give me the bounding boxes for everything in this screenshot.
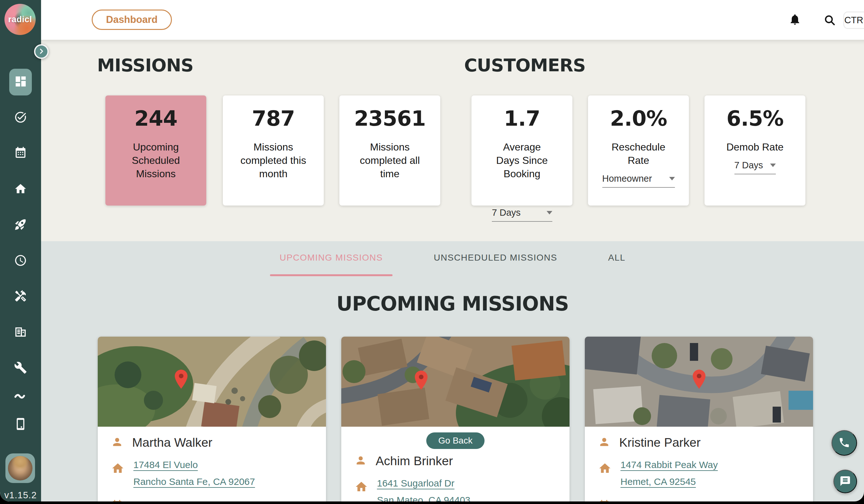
address-line-1[interactable]: 1474 Rabbit Peak Way [621,457,718,474]
stat-label: Missions completed all time [352,140,428,181]
go-back-button[interactable]: Go Back [426,432,484,449]
chevron-down-icon [669,177,675,181]
phone-icon [838,437,850,450]
avg-days-filter-select[interactable]: 7 Days [492,207,552,222]
sidebar-expand-button[interactable] [34,44,49,59]
home-icon [355,480,368,495]
stat-card-demob-rate[interactable]: 6.5% Demob Rate 7 Days [705,96,805,206]
calendar-icon [14,146,27,159]
mission-card[interactable]: Go Back Achim Brinker 1641 Sugarloaf Dr … [341,337,569,502]
person-icon [111,436,123,449]
sidebar-item-home[interactable] [14,182,27,195]
map-pin-icon [413,370,429,390]
wrench-icon [14,361,27,374]
sidebar-item-mobile[interactable] [14,417,27,430]
address-line-2[interactable]: Rancho Santa Fe, CA 92067 [133,474,255,490]
stat-value: 6.5% [705,106,805,131]
topbar: Dashboard CTRL + K [41,0,864,40]
sidebar-item-calendar[interactable] [14,146,27,159]
tab-upcoming-missions[interactable]: UPCOMING MISSIONS [270,247,392,276]
stat-label: Upcoming Scheduled Missions [118,140,194,181]
customer-name: Kristine Parker [619,435,701,450]
sidebar-item-tools[interactable] [14,290,27,303]
demob-filter-select[interactable]: 7 Days [734,160,776,174]
customers-heading: CUSTOMERS [464,55,586,75]
address-link[interactable]: 1474 Rabbit Peak Way Hemet, CA 92545 [621,457,718,490]
reschedule-filter-select[interactable]: Homeowner [602,173,675,188]
address-line-1[interactable]: 1641 Sugarloaf Dr [377,475,470,492]
chevron-down-icon [547,211,552,214]
customer-name: Martha Walker [132,435,212,450]
stat-value: 787 [223,106,324,131]
dashboard-button[interactable]: Dashboard [92,10,172,30]
mission-date: Monday, Apr 13, 2026 [619,501,715,502]
dashboard-grid-icon [14,75,27,89]
documents-icon [14,325,27,339]
sidebar-item-wave[interactable] [14,392,27,401]
home-icon [111,462,124,476]
user-avatar[interactable] [5,453,35,483]
smartphone-icon [14,417,27,430]
mission-date: Monday, Apr 13, 2026 [132,501,228,502]
sidebar-item-tasks[interactable] [14,111,27,124]
stat-card-reschedule-rate[interactable]: 2.0% Reschedule Rate Homeowner [588,96,689,206]
map-thumbnail[interactable] [585,337,813,427]
logo-text: radicl [8,15,32,25]
address-line-2[interactable]: San Mateo, CA 94403 [377,492,470,502]
shortcut-key-ctrl: CTRL [843,11,864,29]
address-link[interactable]: 1641 Sugarloaf Dr San Mateo, CA 94403 [377,475,470,502]
stat-card-avg-days[interactable]: 1.7 Average Days Since Booking [471,96,572,206]
stat-label: Reschedule Rate [608,140,669,167]
stat-value: 23561 [339,106,440,131]
mission-card[interactable]: Kristine Parker 1474 Rabbit Peak Way Hem… [585,337,813,502]
chevron-right-icon [38,48,45,56]
sidebar-item-history[interactable] [14,254,27,267]
map-pin-icon [173,369,189,390]
tab-all[interactable]: ALL [599,247,635,276]
sidebar-item-company[interactable] [14,325,27,339]
app-version: v1.15.2 [0,490,41,501]
calendar-icon [111,500,123,502]
radicl-logo[interactable]: radicl [4,4,36,35]
tab-unscheduled-missions[interactable]: UNSCHEDULED MISSIONS [424,247,567,276]
stat-label: Missions completed this month [236,140,311,181]
chat-fab-button[interactable] [833,470,857,493]
map-thumbnail[interactable] [341,337,569,427]
home-icon [14,182,27,195]
clock-icon [14,254,27,267]
avatar-photo [8,456,33,480]
app-window: radicl [0,0,864,502]
call-fab-button[interactable] [831,430,857,456]
stat-card-completed-alltime[interactable]: 23561 Missions completed all time [339,96,440,206]
home-icon [598,462,612,476]
address-line-2[interactable]: Hemet, CA 92545 [621,474,718,490]
missions-tabs: UPCOMING MISSIONS UNSCHEDULED MISSIONS A… [41,247,864,276]
check-circle-icon [14,111,27,124]
sidebar: radicl [0,0,41,502]
sidebar-item-missions[interactable] [14,218,27,231]
address-link[interactable]: 17484 El Vuelo Rancho Santa Fe, CA 92067 [133,457,255,490]
rocket-icon [14,218,27,231]
customer-name: Achim Brinker [376,454,453,468]
map-pin-icon [692,369,707,390]
stat-card-completed-month[interactable]: 787 Missions completed this month [223,96,324,206]
stat-value: 244 [105,106,206,131]
stat-value: 2.0% [588,106,689,131]
stat-card-upcoming-scheduled[interactable]: 244 Upcoming Scheduled Missions [105,96,206,206]
person-icon [355,454,367,468]
handyman-icon [14,290,27,303]
chevron-down-icon [770,163,776,167]
search-icon[interactable] [824,14,836,26]
map-thumbnail[interactable] [98,337,326,427]
select-value: Homeowner [602,173,652,184]
upcoming-missions-heading: UPCOMING MISSIONS [41,292,864,315]
sidebar-item-dashboard[interactable] [9,69,32,96]
sidebar-item-equipment[interactable] [14,361,27,374]
calendar-icon [598,500,610,502]
notifications-bell-icon[interactable] [789,13,801,26]
stat-value: 1.7 [471,106,572,131]
mission-card[interactable]: Martha Walker 17484 El Vuelo Rancho Sant… [98,337,326,502]
missions-heading: MISSIONS [97,55,193,75]
stat-label: Average Days Since Booking [492,140,552,181]
address-line-1[interactable]: 17484 El Vuelo [133,457,255,474]
